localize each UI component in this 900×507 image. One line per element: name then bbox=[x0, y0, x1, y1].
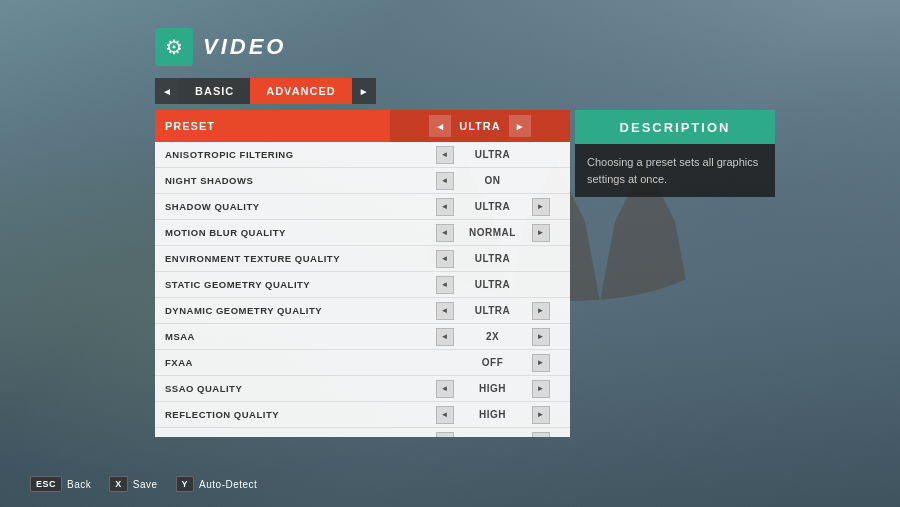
description-header: DESCRIPTION bbox=[575, 110, 775, 144]
setting-name: MSAA bbox=[165, 331, 415, 342]
setting-value-area: ◄HIGH► bbox=[415, 376, 570, 401]
setting-right-arrow[interactable]: ► bbox=[532, 198, 550, 216]
setting-left-arrow[interactable]: ◄ bbox=[436, 250, 454, 268]
setting-left-arrow[interactable]: ◄ bbox=[436, 172, 454, 190]
setting-left-arrow[interactable]: ◄ bbox=[436, 328, 454, 346]
setting-value-area: ◄ULTRA► bbox=[415, 272, 570, 297]
setting-name: DYNAMIC GEOMETRY QUALITY bbox=[165, 305, 415, 316]
setting-left-arrow[interactable]: ◄ bbox=[436, 198, 454, 216]
setting-name: STATIC GEOMETRY QUALITY bbox=[165, 279, 415, 290]
table-row: FXAA◄OFF► bbox=[155, 350, 570, 376]
setting-left-arrow[interactable]: ◄ bbox=[436, 276, 454, 294]
tab-left-arrow[interactable]: ◄ bbox=[155, 78, 179, 104]
footer: ESCBackXSaveYAuto-Detect bbox=[30, 476, 257, 492]
table-row: MOTION BLUR QUALITY◄NORMAL► bbox=[155, 220, 570, 246]
key-badge[interactable]: ESC bbox=[30, 476, 62, 492]
setting-name: REFLECTION QUALITY bbox=[165, 409, 415, 420]
preset-left-arrow[interactable]: ◄ bbox=[429, 115, 451, 137]
preset-row: PRESET ◄ ULTRA ► bbox=[155, 110, 570, 142]
description-body: Choosing a preset sets all graphics sett… bbox=[575, 144, 775, 197]
footer-item: YAuto-Detect bbox=[176, 476, 258, 492]
setting-right-arrow[interactable]: ► bbox=[532, 328, 550, 346]
setting-value-area: ◄HIGH► bbox=[415, 428, 570, 437]
table-row: REFLECTION QUALITY◄HIGH► bbox=[155, 402, 570, 428]
setting-right-arrow[interactable]: ► bbox=[532, 354, 550, 372]
setting-right-arrow[interactable]: ► bbox=[532, 406, 550, 424]
setting-value: NORMAL bbox=[458, 227, 528, 238]
setting-value-area: ◄HIGH► bbox=[415, 402, 570, 427]
setting-value: ULTRA bbox=[458, 201, 528, 212]
setting-left-arrow[interactable]: ◄ bbox=[436, 406, 454, 424]
description-text: Choosing a preset sets all graphics sett… bbox=[587, 154, 763, 187]
setting-value-area: ◄ULTRA► bbox=[415, 142, 570, 167]
setting-value: OFF bbox=[458, 357, 528, 368]
setting-right-arrow[interactable]: ► bbox=[532, 224, 550, 242]
table-row: MSAA◄2X► bbox=[155, 324, 570, 350]
table-row: ANISOTROPIC FILTERING◄ULTRA► bbox=[155, 142, 570, 168]
table-row: SSAO QUALITY◄HIGH► bbox=[155, 376, 570, 402]
setting-value-area: ◄OFF► bbox=[415, 350, 570, 375]
setting-value-area: ◄ON► bbox=[415, 168, 570, 193]
key-label: Auto-Detect bbox=[199, 479, 257, 490]
setting-right-arrow[interactable]: ► bbox=[532, 302, 550, 320]
key-badge[interactable]: Y bbox=[176, 476, 195, 492]
setting-name: SSAO QUALITY bbox=[165, 383, 415, 394]
table-row: WINDSHIELD REFLECTION QUALITY◄HIGH► bbox=[155, 428, 570, 437]
setting-value: ULTRA bbox=[458, 279, 528, 290]
gear-icon: ⚙ bbox=[155, 28, 193, 66]
setting-value-area: ◄ULTRA► bbox=[415, 298, 570, 323]
description-panel: DESCRIPTION Choosing a preset sets all g… bbox=[575, 110, 775, 197]
table-row: NIGHT SHADOWS◄ON► bbox=[155, 168, 570, 194]
setting-name: NIGHT SHADOWS bbox=[165, 175, 415, 186]
setting-name: WINDSHIELD REFLECTION QUALITY bbox=[165, 436, 415, 438]
setting-value-area: ◄ULTRA► bbox=[415, 246, 570, 271]
setting-value: HIGH bbox=[458, 383, 528, 394]
preset-value-area: ◄ ULTRA ► bbox=[390, 110, 570, 142]
setting-name: SHADOW QUALITY bbox=[165, 201, 415, 212]
footer-item: ESCBack bbox=[30, 476, 91, 492]
setting-value: ON bbox=[458, 175, 528, 186]
tab-basic[interactable]: BASIC bbox=[179, 78, 250, 104]
setting-left-arrow[interactable]: ◄ bbox=[436, 224, 454, 242]
setting-left-arrow[interactable]: ◄ bbox=[436, 380, 454, 398]
setting-left-arrow[interactable]: ◄ bbox=[436, 146, 454, 164]
setting-value: ULTRA bbox=[458, 149, 528, 160]
preset-label: PRESET bbox=[165, 120, 390, 132]
table-row: ENVIRONMENT TEXTURE QUALITY◄ULTRA► bbox=[155, 246, 570, 272]
setting-name: ANISOTROPIC FILTERING bbox=[165, 149, 415, 160]
table-row: STATIC GEOMETRY QUALITY◄ULTRA► bbox=[155, 272, 570, 298]
setting-value: ULTRA bbox=[458, 305, 528, 316]
setting-left-arrow[interactable]: ◄ bbox=[436, 302, 454, 320]
key-label: Save bbox=[133, 479, 158, 490]
description-title: DESCRIPTION bbox=[620, 120, 731, 135]
preset-value: ULTRA bbox=[459, 120, 500, 132]
setting-right-arrow[interactable]: ► bbox=[532, 432, 550, 437]
setting-value: HIGH bbox=[458, 436, 528, 438]
setting-name: ENVIRONMENT TEXTURE QUALITY bbox=[165, 253, 415, 264]
footer-item: XSave bbox=[109, 476, 157, 492]
table-row: DYNAMIC GEOMETRY QUALITY◄ULTRA► bbox=[155, 298, 570, 324]
setting-name: FXAA bbox=[165, 357, 415, 368]
key-badge[interactable]: X bbox=[109, 476, 128, 492]
setting-value-area: ◄NORMAL► bbox=[415, 220, 570, 245]
settings-list: ANISOTROPIC FILTERING◄ULTRA►NIGHT SHADOW… bbox=[155, 142, 570, 437]
table-row: SHADOW QUALITY◄ULTRA► bbox=[155, 194, 570, 220]
preset-right-arrow[interactable]: ► bbox=[509, 115, 531, 137]
setting-left-arrow[interactable]: ◄ bbox=[436, 432, 454, 437]
setting-value: HIGH bbox=[458, 409, 528, 420]
setting-value-area: ◄2X► bbox=[415, 324, 570, 349]
page-title: VIDEO bbox=[203, 34, 286, 60]
setting-value: ULTRA bbox=[458, 253, 528, 264]
setting-value: 2X bbox=[458, 331, 528, 342]
header: ⚙ VIDEO bbox=[155, 28, 286, 66]
setting-value-area: ◄ULTRA► bbox=[415, 194, 570, 219]
tab-bar: ◄ BASIC ADVANCED ► bbox=[155, 78, 376, 104]
settings-panel: PRESET ◄ ULTRA ► ANISOTROPIC FILTERING◄U… bbox=[155, 110, 570, 437]
setting-right-arrow[interactable]: ► bbox=[532, 380, 550, 398]
key-label: Back bbox=[67, 479, 91, 490]
setting-name: MOTION BLUR QUALITY bbox=[165, 227, 415, 238]
tab-right-arrow[interactable]: ► bbox=[352, 78, 376, 104]
tab-advanced[interactable]: ADVANCED bbox=[250, 78, 352, 104]
